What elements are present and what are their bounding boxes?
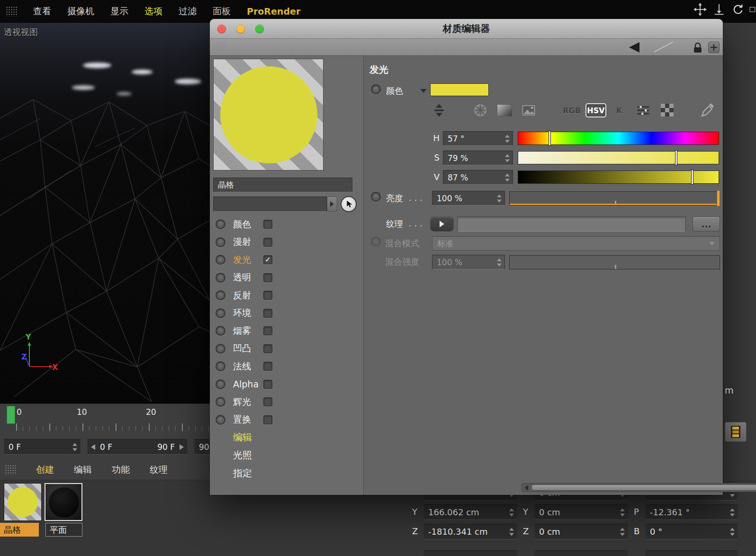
channel-row-displacement[interactable]: 置换 [210,411,363,429]
value-field[interactable]: 87 % [443,170,513,185]
rgb-mode-button[interactable]: RGB [562,103,582,117]
menubar-grip-icon[interactable] [6,6,17,17]
stepper[interactable] [504,154,510,162]
scale-icon[interactable] [711,2,727,17]
lock-icon[interactable] [691,41,705,55]
hsv-mode-button[interactable]: HSV [585,103,606,117]
stepper[interactable] [509,508,514,516]
color-radio[interactable] [371,84,381,94]
channel-row-bump[interactable]: 凹凸 [210,340,363,358]
gradient-icon[interactable] [495,101,513,119]
image-icon[interactable] [520,101,538,119]
channel-row-normal[interactable]: 法线 [210,358,363,376]
frame-range-field[interactable]: 0 F 90 F [87,439,188,455]
material-thumbnail-plane[interactable] [45,483,82,521]
channel-label[interactable]: 颜色 [233,218,263,231]
channel-row-diffuse[interactable]: 漫射 [210,233,363,251]
stepper[interactable] [620,528,625,536]
hue-field[interactable]: 57 ° [443,131,513,146]
coord-field-clipped[interactable] [534,550,628,556]
channel-radio[interactable] [216,326,225,336]
channel-checkbox[interactable] [263,397,272,406]
channel-row-luminance[interactable]: 发光✓ [210,251,363,269]
scrollbar-thumb[interactable] [531,484,756,491]
current-frame-stepper[interactable] [72,443,78,451]
brightness-field[interactable]: 100 % [432,191,505,206]
eyedropper-icon[interactable] [699,101,717,119]
saturation-field[interactable]: 79 % [443,151,513,165]
menu-edit[interactable]: 编辑 [74,464,92,476]
channel-row-color[interactable]: 颜色 [210,215,363,233]
channel-label[interactable]: 烟雾 [233,325,263,337]
saturation-slider[interactable] [518,151,719,164]
coord-field-z2[interactable]: 0 cm [534,524,628,539]
channel-radio[interactable] [216,219,225,229]
material-manager-icon-button[interactable] [725,422,747,442]
action-edit[interactable]: 编辑 [233,429,252,445]
minimize-button[interactable] [236,25,245,33]
coord-field-p[interactable]: -12.361 ° [645,504,738,520]
channel-radio[interactable] [216,255,225,265]
texture-grip-icon[interactable] [214,42,225,53]
color-swatch[interactable] [430,83,489,96]
channel-radio[interactable] [216,273,225,283]
forward-arrow-icon[interactable] [654,41,674,52]
channel-row-reflection[interactable]: 反射 [210,287,363,305]
texture-expand-button[interactable] [430,216,454,232]
window-titlebar[interactable]: 材质编辑器 [210,19,723,39]
channel-checkbox[interactable] [263,273,272,282]
channel-label[interactable]: 置换 [233,413,263,426]
add-icon[interactable] [708,42,720,53]
range-right-arrow-icon[interactable] [180,444,184,450]
current-frame-field[interactable]: 0 F [4,439,81,455]
pick-cursor-button[interactable] [341,196,357,212]
menu-create[interactable]: 创建 [36,464,54,476]
material-preview[interactable] [213,59,324,170]
channel-checkbox[interactable] [263,220,272,229]
horizontal-scrollbar[interactable] [522,483,756,492]
brightness-slider[interactable] [509,191,720,206]
material-name-plane[interactable]: 平面 [45,523,82,537]
channel-checkbox[interactable] [263,415,272,424]
fit-vertical-icon[interactable] [430,101,448,119]
coord-field-clipped[interactable] [645,550,738,556]
stepper[interactable] [496,194,502,202]
menu-view[interactable]: 查看 [33,5,51,18]
channel-label[interactable]: 环境 [233,307,263,319]
hue-slider[interactable] [518,132,719,145]
channel-label[interactable]: 法线 [233,360,263,373]
channel-radio[interactable] [216,290,225,300]
timeline-playhead[interactable] [7,406,15,424]
menu-panel[interactable]: 面板 [213,5,231,18]
channel-label[interactable]: 漫射 [233,236,263,248]
value-slider[interactable] [518,170,719,184]
kelvin-mode-button[interactable]: K [610,103,628,117]
channel-checkbox[interactable] [263,309,272,318]
action-assign[interactable]: 指定 [233,465,252,481]
close-button[interactable] [217,25,226,33]
menu-display[interactable]: 显示 [110,5,128,18]
channel-radio[interactable] [216,344,225,354]
stepper[interactable] [729,528,735,536]
material-name-lattice[interactable]: 晶格 [0,523,39,537]
viewport-label[interactable]: 透视视图 [4,27,38,38]
color-wheel-icon[interactable] [471,101,489,119]
channel-label[interactable]: 发光 [233,254,263,266]
channel-label[interactable]: 透明 [233,271,263,284]
hue-slider-handle[interactable] [549,131,551,146]
channel-row-glow[interactable]: 辉光 [210,393,363,411]
coord-field-clipped[interactable] [423,550,517,556]
channel-label[interactable]: 凹凸 [233,342,263,355]
channel-radio[interactable] [216,361,225,371]
channel-checkbox[interactable]: ✓ [263,255,272,264]
channel-radio[interactable] [216,397,225,407]
channel-radio[interactable] [216,379,225,389]
sliders-icon[interactable] [634,101,652,119]
texture-path-field[interactable] [457,216,686,232]
zoom-button[interactable] [255,25,264,33]
menu-camera[interactable]: 摄像机 [67,5,94,18]
channel-checkbox[interactable] [263,291,272,300]
checker-icon[interactable] [658,101,676,119]
clipped-toolbar-icon[interactable] [749,2,756,17]
value-slider-handle[interactable] [691,170,693,185]
